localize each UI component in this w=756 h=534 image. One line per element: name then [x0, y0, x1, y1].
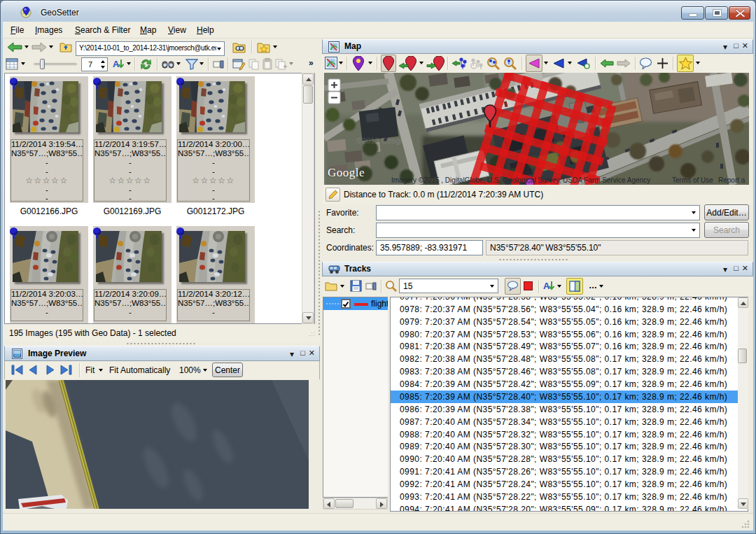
svg-text:Imagery ©2015 , DigitalGlobe,: Imagery ©2015 , DigitalGlobe, U.S. Geolo…	[391, 176, 650, 184]
svg-text:A: A	[113, 59, 120, 69]
svg-text:Google: Google	[328, 166, 365, 179]
svg-text:Report a: Report a	[718, 176, 746, 184]
svg-text:A: A	[543, 281, 550, 291]
svg-text:Terms of Use: Terms of Use	[672, 176, 713, 184]
svg-text:©2013 Googl: ©2013 Googl	[356, 136, 402, 145]
